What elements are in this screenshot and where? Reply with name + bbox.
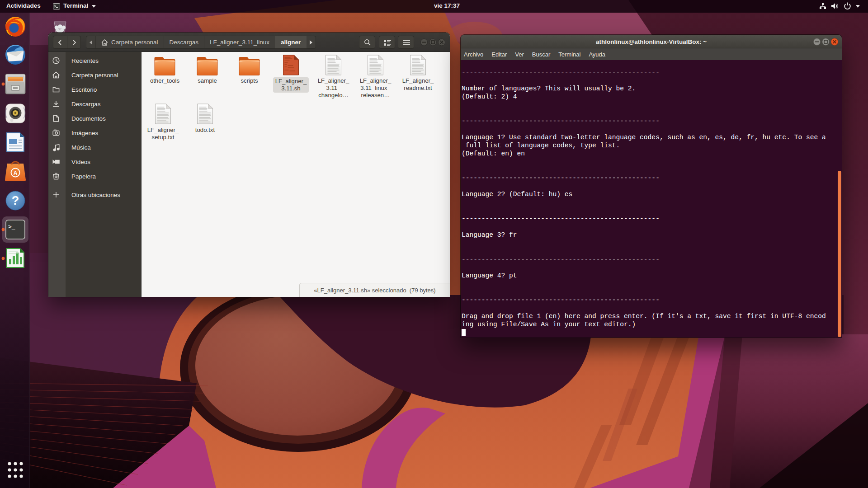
svg-text:Recientes: Recientes: [71, 57, 99, 64]
svg-text:?: ?: [12, 194, 19, 207]
svg-text:Imágenes: Imágenes: [71, 130, 99, 136]
svg-text:Otras ubicaciones: Otras ubicaciones: [71, 192, 120, 198]
svg-text:Documentos: Documentos: [71, 115, 106, 122]
svg-text:Escritorio: Escritorio: [71, 86, 97, 93]
svg-text:>_: >_: [8, 224, 15, 230]
svg-text:Carpeta personal: Carpeta personal: [71, 72, 118, 79]
svg-text:Papelera: Papelera: [71, 173, 96, 180]
svg-text:A: A: [14, 170, 18, 176]
svg-text:Descargas: Descargas: [71, 101, 101, 108]
svg-text:Música: Música: [71, 144, 91, 151]
svg-text:Vídeos: Vídeos: [71, 159, 90, 165]
